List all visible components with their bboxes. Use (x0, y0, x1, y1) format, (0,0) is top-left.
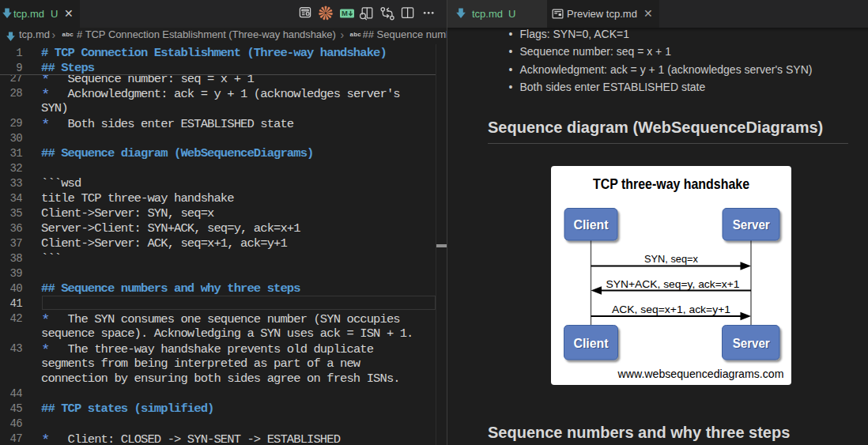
svg-text:ACK, seq=x+1, ack=y+1: ACK, seq=x+1, ack=y+1 (612, 304, 730, 315)
svg-text:Server: Server (733, 337, 770, 350)
svg-text:SYN+ACK, seq=y, ack=x+1: SYN+ACK, seq=y, ack=x+1 (606, 278, 740, 290)
svg-text:www.websequencediagrams.com: www.websequencediagrams.com (617, 368, 784, 380)
svg-text:SYN, seq=x: SYN, seq=x (644, 253, 698, 265)
svg-text:TCP three-way handshake: TCP three-way handshake (593, 175, 749, 192)
svg-text:Server: Server (733, 218, 770, 232)
svg-text:Client: Client (574, 337, 609, 350)
svg-text:Client: Client (574, 218, 609, 232)
